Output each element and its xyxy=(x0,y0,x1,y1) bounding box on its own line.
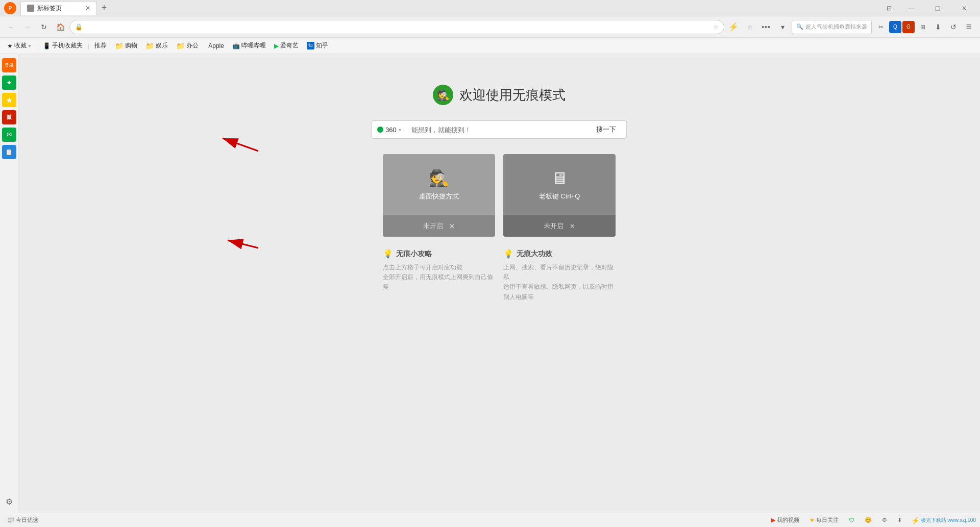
search-engine-selector[interactable]: 360 ▾ xyxy=(372,120,406,139)
card-boss-key-bottom[interactable]: 未开启 ✕ xyxy=(503,215,616,237)
card-desktop-shortcut-bottom[interactable]: 未开启 ✕ xyxy=(383,215,495,237)
tip-big-icon: 💡 xyxy=(503,249,513,259)
card-boss-status: 未开启 xyxy=(544,221,564,231)
card-boss-title: 老板键 Ctrl+Q xyxy=(539,192,580,201)
daily-follow-button[interactable]: ★ 每日关注 xyxy=(806,515,842,525)
bookmark-bilibili-label: 哔哩哔哩 xyxy=(241,41,266,50)
daily-icon: ★ xyxy=(810,517,815,523)
status-left: 📰 今日优选 xyxy=(4,515,41,525)
main-content: 🕵 欢迎使用无痕模式 360 ▾ 搜一下 🕵 桌面快捷方式 未开启 ✕ xyxy=(18,54,980,513)
security-button[interactable]: 🛡 xyxy=(846,516,857,524)
sidebar-settings[interactable]: ⚙ xyxy=(2,494,16,509)
my-video-button[interactable]: ▶ 我的视频 xyxy=(768,515,802,525)
dropdown-icon: ▾ xyxy=(28,42,31,49)
home-button[interactable]: 🏠 xyxy=(53,20,67,34)
mask-card-icon: 🕵 xyxy=(429,168,449,188)
maximize-button[interactable]: □ xyxy=(926,0,949,16)
download-status-button[interactable]: ⬇ xyxy=(894,516,905,524)
bookmark-collections[interactable]: ★ 收藏 ▾ xyxy=(4,40,34,51)
more-options-icon[interactable]: ••• xyxy=(759,20,773,34)
window-extra-icon[interactable]: ⊡ xyxy=(882,1,896,15)
today-picks-button[interactable]: 📰 今日优选 xyxy=(4,515,41,525)
grid-icon[interactable]: ⊞ xyxy=(916,20,930,34)
card-boss-key[interactable]: 🖥 老板键 Ctrl+Q 未开启 ✕ xyxy=(503,154,616,237)
nav-search-box[interactable]: 🔍 超人气街机捕鱼囊括来袭 xyxy=(792,20,872,34)
tip-small-title: 无痕小攻略 xyxy=(396,249,432,259)
lock-icon: 🔒 xyxy=(75,23,83,31)
video-label: 我的视频 xyxy=(777,516,799,524)
bookmark-shopping[interactable]: 📁 购物 xyxy=(112,40,140,51)
shield-icon: 🛡 xyxy=(849,517,854,523)
undo-icon[interactable]: ↺ xyxy=(946,20,961,34)
close-button[interactable]: × xyxy=(952,0,976,16)
today-icon: 📰 xyxy=(7,517,14,523)
bookmark-apple[interactable]: Apple xyxy=(204,41,227,51)
sidebar-assistant[interactable]: ✦ xyxy=(2,76,16,90)
svg-line-3 xyxy=(223,138,258,151)
bookmark-mobile[interactable]: 📱 手机收藏夹 xyxy=(40,40,86,51)
qq-icon[interactable]: Q xyxy=(889,21,901,33)
engine-dropdown-icon: ▾ xyxy=(399,127,401,133)
bookmark-mobile-label: 手机收藏夹 xyxy=(52,41,83,50)
address-bar[interactable]: 🔒 ☆ xyxy=(69,20,724,34)
video-icon: ▶ xyxy=(771,517,775,523)
new-tab-button[interactable]: + xyxy=(97,1,111,15)
bookmark-entertainment-label: 娱乐 xyxy=(156,41,168,50)
active-tab[interactable]: 新标签页 ✕ xyxy=(20,1,97,15)
mask-emoji: 🕵 xyxy=(437,89,450,101)
bookmark-bilibili[interactable]: 📺 哔哩哔哩 xyxy=(229,40,269,51)
settings-status-button[interactable]: ⚙ xyxy=(879,516,890,524)
star-icon: ★ xyxy=(7,42,13,49)
minimize-button[interactable]: — xyxy=(899,0,923,16)
sidebar-notes[interactable]: 📋 xyxy=(2,145,16,159)
sidebar-login[interactable]: 登录 xyxy=(2,58,16,72)
card-boss-close-icon[interactable]: ✕ xyxy=(570,222,575,230)
address-input[interactable] xyxy=(86,23,710,31)
search-input[interactable] xyxy=(406,120,586,139)
sidebar-star[interactable]: ★ xyxy=(2,93,16,107)
bookmark-star-icon[interactable]: ☆ xyxy=(713,23,719,31)
bookmark-zhihu[interactable]: 知 知乎 xyxy=(304,40,331,51)
tip-small-icon: 💡 xyxy=(383,249,393,259)
hamburger-menu-icon[interactable]: ≡ xyxy=(962,20,976,34)
watermark-text: 极光下载站 www.xzj.100 xyxy=(921,517,976,524)
scissors-icon[interactable]: ✂ xyxy=(874,20,888,34)
back-button[interactable]: ← xyxy=(4,20,18,34)
phone-icon: 📱 xyxy=(43,42,51,49)
refresh-button[interactable]: ↻ xyxy=(37,20,51,34)
nav-search-placeholder: 超人气街机捕鱼囊括来袭 xyxy=(805,23,867,31)
folder3-icon: 📁 xyxy=(176,42,185,50)
feature-cards: 🕵 桌面快捷方式 未开启 ✕ 🖥 老板键 Ctrl+Q 未开启 ✕ xyxy=(383,154,616,237)
mask-icon: 🕵 xyxy=(433,85,453,105)
bookmarks-bar: ★ 收藏 ▾ | 📱 手机收藏夹 | 推荐 📁 购物 📁 娱乐 📁 办公 App… xyxy=(0,38,980,54)
card-desktop-shortcut[interactable]: 🕵 桌面快捷方式 未开启 ✕ xyxy=(383,154,495,237)
welcome-title: 欢迎使用无痕模式 xyxy=(459,86,566,104)
tab-close-icon[interactable]: ✕ xyxy=(85,5,90,12)
forward-button[interactable]: → xyxy=(20,20,35,34)
tip-big-header: 💡 无痕大功效 xyxy=(503,249,616,259)
left-sidebar: 登录 ✦ ★ 微 ✉ 📋 ⚙ xyxy=(0,54,18,513)
star-collections-icon[interactable]: ☆ xyxy=(743,20,757,34)
status-right: ▶ 我的视频 ★ 每日关注 🛡 😊 ⚙ ⬇ ⚡ 极光下载站 www.xzj.10… xyxy=(768,515,976,525)
dropdown-arrow-icon[interactable]: ▾ xyxy=(775,20,790,34)
tab-bar: 新标签页 ✕ + xyxy=(20,1,878,15)
card-desktop-status: 未开启 xyxy=(423,221,443,231)
bookmark-office[interactable]: 📁 办公 xyxy=(173,40,202,51)
card-desktop-close-icon[interactable]: ✕ xyxy=(449,222,455,230)
folder-icon: 📁 xyxy=(115,42,124,50)
bookmark-recommend[interactable]: 推荐 xyxy=(91,40,110,51)
search-button[interactable]: 搜一下 xyxy=(586,120,627,139)
weibo-icon: 微 xyxy=(7,114,12,121)
lightning-icon[interactable]: ⚡ xyxy=(726,20,741,34)
tips-container: 💡 无痕小攻略 点击上方格子可开启对应功能 全部开启后，用无痕模式上网爽到自己偷… xyxy=(383,249,616,302)
download-icon[interactable]: ⬇ xyxy=(931,20,945,34)
sidebar-mail[interactable]: ✉ xyxy=(2,128,16,142)
bookmark-iqiyi[interactable]: ▶ 爱奇艺 xyxy=(271,40,302,51)
sidebar-weibo[interactable]: 微 xyxy=(2,110,16,124)
game-icon[interactable]: G xyxy=(902,21,915,33)
card-desktop-title: 桌面快捷方式 xyxy=(419,192,459,201)
iqiyi-icon: ▶ xyxy=(274,42,279,49)
tip-small-header: 💡 无痕小攻略 xyxy=(383,249,495,259)
bookmark-entertainment[interactable]: 📁 娱乐 xyxy=(142,40,171,51)
social-button[interactable]: 😊 xyxy=(862,516,875,524)
